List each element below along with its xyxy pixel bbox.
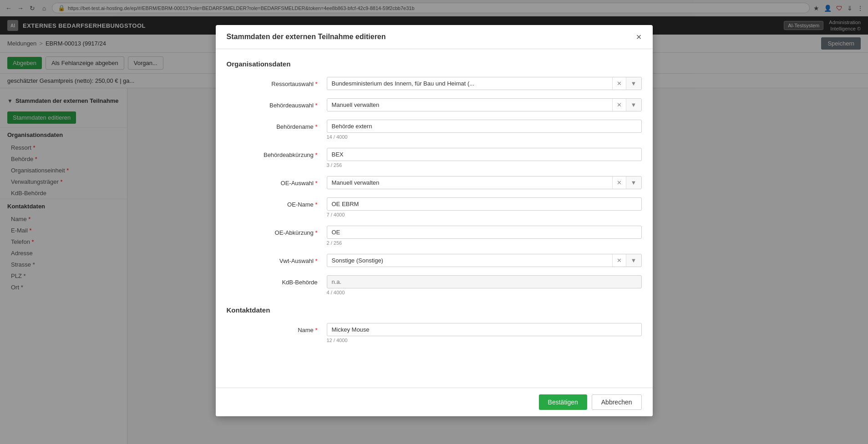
- label-ressort: Ressortauswahl: [227, 77, 327, 87]
- label-name: Name: [227, 323, 327, 333]
- label-behoerde: Behördeauswahl: [227, 98, 327, 109]
- select-ressort-value: Bundesministerium des Innern, für Bau un…: [327, 77, 612, 90]
- label-oe-auswahl: OE-Auswahl: [227, 176, 327, 187]
- form-row-oe-name: OE-Name 7 / 4000: [227, 197, 642, 217]
- select-oe-auswahl[interactable]: Manuell verwalten ✕ ▼: [327, 176, 642, 189]
- form-row-oe-auswahl: OE-Auswahl Manuell verwalten ✕ ▼: [227, 176, 642, 189]
- field-behoerdename: 14 / 4000: [327, 120, 642, 140]
- form-row-behoerde: Behördeauswahl Manuell verwalten ✕ ▼: [227, 98, 642, 111]
- label-kdb-behoerde: KdB-Behörde: [227, 275, 327, 286]
- modal-close-button[interactable]: ×: [636, 32, 642, 41]
- hint-behoerdename: 14 / 4000: [327, 134, 642, 140]
- input-kdb-behoerde[interactable]: [327, 275, 642, 288]
- input-oe-abkuerzung[interactable]: [327, 226, 642, 239]
- hint-oe-name: 7 / 4000: [327, 212, 642, 217]
- label-vwt-auswahl: Vwt-Auswahl: [227, 254, 327, 264]
- field-behoerdeabkuerzung: 3 / 256: [327, 148, 642, 168]
- modal-dialog: Stammdaten der externen Teilnahme editie…: [216, 25, 653, 416]
- select-oe-auswahl-clear[interactable]: ✕: [612, 177, 626, 189]
- form-row-name: Name 12 / 4000: [227, 323, 642, 343]
- input-name[interactable]: [327, 323, 642, 336]
- form-row-ressort: Ressortauswahl Bundesministerium des Inn…: [227, 77, 642, 90]
- field-name: 12 / 4000: [327, 323, 642, 343]
- hint-behoerdeabkuerzung: 3 / 256: [327, 162, 642, 168]
- hint-oe-abkuerzung: 2 / 256: [327, 240, 642, 246]
- modal-footer: Bestätigen Abbrechen: [216, 388, 653, 416]
- select-oe-auswahl-caret[interactable]: ▼: [626, 177, 641, 189]
- field-vwt-auswahl: Sonstige (Sonstige) ✕ ▼: [327, 254, 642, 267]
- select-ressort-clear[interactable]: ✕: [612, 77, 626, 90]
- field-oe-abkuerzung: 2 / 256: [327, 226, 642, 246]
- form-row-behoerdeabkuerzung: Behördeabkürzung 3 / 256: [227, 148, 642, 168]
- select-oe-auswahl-value: Manuell verwalten: [327, 177, 612, 189]
- select-ressort-caret[interactable]: ▼: [626, 77, 641, 90]
- field-kdb-behoerde: 4 / 4000: [327, 275, 642, 295]
- label-behoerdeabkuerzung: Behördeabkürzung: [227, 148, 327, 158]
- form-row-behoerdename: Behördename 14 / 4000: [227, 120, 642, 140]
- hint-name: 12 / 4000: [327, 338, 642, 343]
- form-row-oe-abkuerzung: OE-Abkürzung 2 / 256: [227, 226, 642, 246]
- form-row-kdb-behoerde: KdB-Behörde 4 / 4000: [227, 275, 642, 295]
- modal-body: Organisationsdaten Ressortauswahl Bundes…: [216, 49, 653, 388]
- modal-overlay: Stammdaten der externen Teilnahme editie…: [0, 0, 868, 444]
- select-behoerde[interactable]: Manuell verwalten ✕ ▼: [327, 98, 642, 111]
- select-vwt-auswahl[interactable]: Sonstige (Sonstige) ✕ ▼: [327, 254, 642, 267]
- label-oe-name: OE-Name: [227, 197, 327, 208]
- form-row-vwt-auswahl: Vwt-Auswahl Sonstige (Sonstige) ✕ ▼: [227, 254, 642, 267]
- select-behoerde-clear[interactable]: ✕: [612, 99, 626, 111]
- select-vwt-auswahl-value: Sonstige (Sonstige): [327, 254, 612, 267]
- hint-kdb-behoerde: 4 / 4000: [327, 290, 642, 295]
- confirm-button[interactable]: Bestätigen: [539, 394, 587, 410]
- modal-header: Stammdaten der externen Teilnahme editie…: [216, 25, 653, 49]
- select-ressort[interactable]: Bundesministerium des Innern, für Bau un…: [327, 77, 642, 90]
- label-behoerdename: Behördename: [227, 120, 327, 130]
- org-section-title: Organisationsdaten: [227, 60, 642, 68]
- input-oe-name[interactable]: [327, 197, 642, 211]
- select-behoerde-value: Manuell verwalten: [327, 99, 612, 111]
- cancel-button[interactable]: Abbrechen: [592, 394, 642, 410]
- select-vwt-auswahl-caret[interactable]: ▼: [626, 254, 641, 267]
- input-behoerdename[interactable]: [327, 120, 642, 133]
- field-oe-name: 7 / 4000: [327, 197, 642, 217]
- modal-title: Stammdaten der externen Teilnahme editie…: [227, 33, 386, 41]
- field-behoerde: Manuell verwalten ✕ ▼: [327, 98, 642, 111]
- label-oe-abkuerzung: OE-Abkürzung: [227, 226, 327, 236]
- field-oe-auswahl: Manuell verwalten ✕ ▼: [327, 176, 642, 189]
- contact-section-title: Kontaktdaten: [227, 306, 642, 314]
- select-behoerde-caret[interactable]: ▼: [626, 99, 641, 111]
- input-behoerdeabkuerzung[interactable]: [327, 148, 642, 161]
- select-vwt-auswahl-clear[interactable]: ✕: [612, 254, 626, 267]
- field-ressort: Bundesministerium des Innern, für Bau un…: [327, 77, 642, 90]
